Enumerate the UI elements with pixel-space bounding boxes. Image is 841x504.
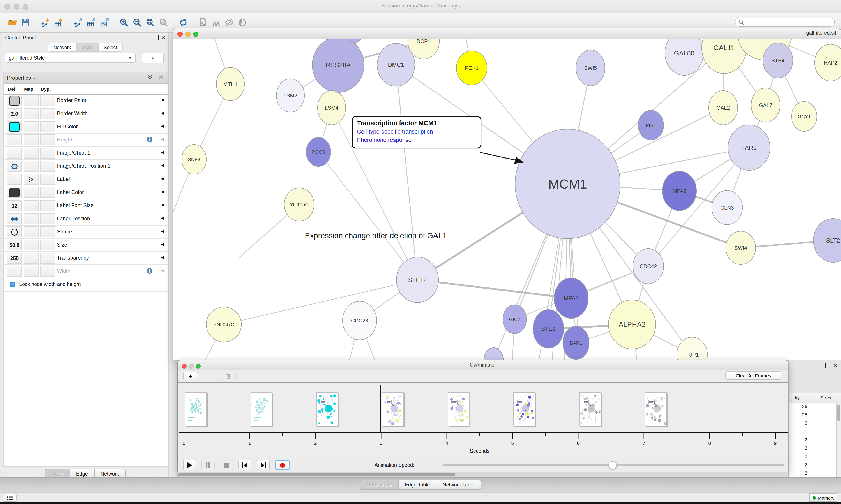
table-row[interactable]: 1 <box>789 428 836 436</box>
play-button[interactable] <box>183 460 196 470</box>
table-row[interactable]: 2 <box>789 453 836 461</box>
network-node-PIS1[interactable]: PIS1 <box>638 110 664 140</box>
task-history-button[interactable] <box>3 494 17 502</box>
network-node-FAR1[interactable]: FAR1 <box>728 125 770 170</box>
property-row[interactable]: 12Label Font Size◀ <box>3 199 168 212</box>
property-map-cell[interactable] <box>24 187 38 198</box>
property-map-cell[interactable] <box>24 95 38 106</box>
import-network-icon[interactable] <box>38 16 52 29</box>
network-node-YIL105C[interactable]: YIL105C <box>284 188 314 221</box>
property-byp-cell[interactable] <box>40 200 55 211</box>
network-node-STE4[interactable]: STE4 <box>763 43 793 78</box>
property-map-cell[interactable] <box>24 200 38 211</box>
export-image-icon[interactable] <box>98 16 111 29</box>
property-def-cell[interactable]: 12 <box>7 200 22 211</box>
info-icon[interactable] <box>146 268 153 276</box>
network-canvas[interactable]: RPS28BRPS28ADCP1DMC1PCK1MTH1LSM2LSM4SNF3… <box>174 38 841 360</box>
refresh-icon[interactable] <box>177 16 190 29</box>
tab-network[interactable]: Network <box>48 43 76 52</box>
annotation-box[interactable]: Transcription factor MCM1 Cell-type-spec… <box>352 116 481 148</box>
tab-network-table[interactable]: Network Table <box>436 480 481 489</box>
property-byp-cell[interactable] <box>40 161 55 172</box>
property-def-cell[interactable] <box>7 187 22 198</box>
property-def-cell[interactable] <box>7 121 22 132</box>
table-row[interactable]: 2 <box>789 436 836 445</box>
network-node-BAR1[interactable]: BAR1 <box>563 326 589 360</box>
expand-row-icon[interactable]: ◀ <box>161 268 164 273</box>
property-byp-cell[interactable] <box>40 147 55 159</box>
property-byp-cell[interactable] <box>40 95 55 106</box>
network-node-DMC1[interactable]: DMC1 <box>377 43 415 86</box>
frame-thumbnail-3[interactable] <box>382 392 404 426</box>
network-node-MTH1[interactable]: MTH1 <box>216 68 245 101</box>
export-table-icon[interactable] <box>85 16 98 29</box>
cyanimator-titlebar[interactable]: CyAnimator <box>178 360 788 371</box>
table-row[interactable]: 2 <box>789 445 836 453</box>
property-byp-cell[interactable] <box>40 253 55 264</box>
property-def-cell[interactable] <box>7 213 22 224</box>
import-table-icon[interactable] <box>52 16 65 29</box>
property-row[interactable]: Width◀ <box>3 265 168 278</box>
network-node-PDC5[interactable]: PDC5 <box>306 138 331 166</box>
table-row[interactable]: 2 <box>789 469 836 478</box>
tab-style[interactable]: Style <box>76 43 98 52</box>
network-node-RPS28A[interactable]: RPS28A <box>312 38 364 92</box>
clear-all-frames-button[interactable]: Clear All Frames <box>726 371 782 380</box>
network-node-SNF3[interactable]: SNF3 <box>182 144 206 174</box>
network-node-LSM4[interactable]: LSM4 <box>318 91 345 125</box>
property-row[interactable]: 2.0Border Width◀ <box>3 107 168 121</box>
frames-timeline[interactable]: 0123456789Seconds <box>178 383 788 457</box>
network-node-MCM1[interactable]: MCM1 <box>515 129 620 239</box>
info-icon[interactable] <box>146 136 153 144</box>
network-node-YNL047C[interactable]: YNL047C <box>206 307 241 342</box>
collapse-all-icon[interactable] <box>146 74 153 80</box>
network-node-MFA1[interactable]: MFA1 <box>554 278 588 318</box>
property-row[interactable]: Label Position◀ <box>3 212 168 226</box>
property-byp-cell[interactable] <box>40 239 55 250</box>
network-node-STE2[interactable]: STE2 <box>533 310 564 348</box>
style-select[interactable]: galFiltered Style ▼ <box>5 53 136 62</box>
network-node-SWI5[interactable]: SWI5 <box>576 50 605 86</box>
add-frame-button[interactable]: + <box>183 372 198 380</box>
property-def-cell[interactable] <box>7 147 22 159</box>
expand-row-icon[interactable]: ◀ <box>161 124 164 128</box>
property-map-cell[interactable] <box>24 253 38 264</box>
network-node-CDC42[interactable]: CDC42 <box>633 249 664 284</box>
zoom-fit-icon[interactable] <box>144 16 157 29</box>
network-node-unlabeled[interactable] <box>484 348 503 360</box>
network-node-MFA2[interactable]: MFA2 <box>662 171 696 211</box>
properties-title[interactable]: Properties ▼ <box>7 75 36 81</box>
lock-size-checkbox[interactable]: ✓ <box>10 282 15 287</box>
zoom-out-icon[interactable] <box>130 16 144 29</box>
property-byp-cell[interactable] <box>40 174 55 185</box>
network-node-ALPHA2[interactable]: ALPHA2 <box>608 300 656 349</box>
memory-button[interactable]: Memory <box>809 493 838 502</box>
frame-thumbnail-4[interactable] <box>448 392 469 426</box>
table-row[interactable]: 26 <box>789 403 836 411</box>
network-node-HAP2[interactable]: HAP2 <box>815 44 841 81</box>
float-panel-icon[interactable] <box>825 363 830 368</box>
table-row[interactable]: 2 <box>789 461 836 469</box>
property-def-cell[interactable] <box>7 227 22 237</box>
property-def-cell[interactable] <box>7 266 22 277</box>
property-row[interactable]: Label◀ <box>3 173 168 186</box>
expand-row-icon[interactable]: ◀ <box>161 176 164 181</box>
property-row[interactable]: Border Paint◀ <box>3 94 168 107</box>
property-def-cell[interactable] <box>7 161 22 172</box>
expand-row-icon[interactable]: ◀ <box>161 110 164 115</box>
property-row[interactable]: Shape◀ <box>3 226 168 239</box>
float-panel-icon[interactable] <box>154 35 159 40</box>
network-node-GAL7[interactable]: GAL7 <box>751 88 780 122</box>
frame-thumbnail-0[interactable] <box>185 392 207 426</box>
property-map-cell[interactable] <box>24 108 38 119</box>
property-map-cell[interactable] <box>24 239 38 250</box>
network-node-CLN3[interactable]: CLN3 <box>712 191 742 224</box>
tab-select[interactable]: Select <box>98 43 123 52</box>
property-byp-cell[interactable] <box>40 266 55 277</box>
property-def-cell[interactable]: 2.0 <box>7 108 22 119</box>
slider-thumb[interactable] <box>608 461 617 469</box>
network-node-SLT2[interactable]: SLT2 <box>813 218 841 262</box>
property-def-cell[interactable] <box>7 174 22 185</box>
network-node-GAL80[interactable]: GAL80 <box>665 38 703 75</box>
table-rows[interactable]: 26252122222 <box>789 403 836 482</box>
